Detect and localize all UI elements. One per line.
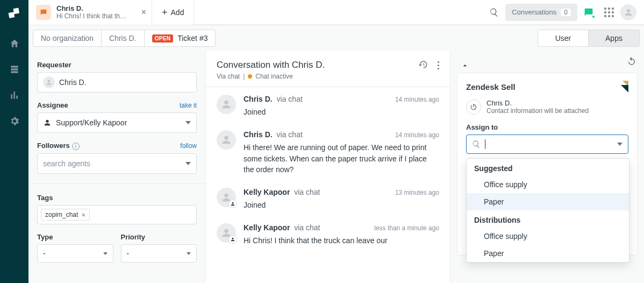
apps-grid-icon[interactable] xyxy=(600,3,618,22)
message-author: Chris D. xyxy=(244,130,273,139)
message-via: via chat xyxy=(294,223,320,232)
sell-brand-icon xyxy=(617,81,628,93)
conversation-panel: Conversation with Chris D. Via chat | Ch… xyxy=(206,51,450,283)
take-it-link[interactable]: take it xyxy=(180,102,197,109)
followers-label: Followersi xyxy=(37,142,80,150)
ticket-details-panel: Requester Chris D. Assignee take it Supp… xyxy=(28,51,206,283)
user-apps-toggle: User Apps xyxy=(538,30,640,47)
tab-close-icon[interactable]: × xyxy=(141,8,146,17)
rail-views-icon[interactable] xyxy=(9,63,20,75)
menu-group-label: Suggested xyxy=(467,159,629,176)
menu-option[interactable]: Paper xyxy=(467,245,629,262)
breadcrumb: No organization Chris D. OPEN Ticket #3 xyxy=(33,30,216,47)
message-author: Kelly Kapoor xyxy=(244,188,290,196)
requester-value: Chris D. xyxy=(59,78,87,87)
rail-settings-icon[interactable] xyxy=(9,115,20,127)
menu-group-label: Distributions xyxy=(467,210,629,228)
chevron-down-icon xyxy=(617,143,622,146)
message-author: Kelly Kapoor xyxy=(244,223,290,232)
context-bar: No organization Chris D. OPEN Ticket #3 … xyxy=(28,25,644,51)
rail-home-icon[interactable] xyxy=(9,38,20,49)
topbar: Chris D. Hi Chris! I think that th… × + … xyxy=(28,0,644,25)
workspace-tab[interactable]: Chris D. Hi Chris! I think that th… × xyxy=(28,0,152,25)
assignee-label: Assignee xyxy=(37,101,68,109)
crumb-org[interactable]: No organization xyxy=(33,30,102,47)
conversation-status: Chat inactive xyxy=(255,73,292,80)
priority-value: - xyxy=(127,249,130,258)
agent-badge-icon xyxy=(228,235,237,244)
priority-select[interactable]: - xyxy=(121,244,197,263)
assign-dropdown-menu: Suggested Office supply Paper Distributi… xyxy=(466,158,629,263)
tag-chip[interactable]: zopim_chat × xyxy=(41,209,90,221)
tab-subtitle: Hi Chris! I think that th… xyxy=(56,12,126,20)
info-icon[interactable]: i xyxy=(72,143,80,150)
message-time: 13 minutes ago xyxy=(395,189,439,196)
followers-input[interactable]: search agents xyxy=(37,153,197,174)
refresh-icon[interactable] xyxy=(627,56,636,68)
tag-text: zopim_chat xyxy=(45,211,78,218)
tags-field[interactable]: zopim_chat × xyxy=(37,205,197,224)
avatar xyxy=(217,130,236,150)
overflow-menu-icon[interactable] xyxy=(438,61,439,69)
message-via: via chat xyxy=(277,95,303,103)
chat-status-icon[interactable] xyxy=(579,3,598,22)
online-dot-icon xyxy=(591,15,596,19)
message-time: 14 minutes ago xyxy=(395,131,439,139)
message-author: Chris D. xyxy=(244,95,273,103)
message-item: Kelly Kapoor via chat less than a minute… xyxy=(206,216,450,251)
message-time: 14 minutes ago xyxy=(395,96,439,103)
agent-badge-icon xyxy=(228,200,237,208)
menu-option[interactable]: Office supply xyxy=(467,176,629,193)
search-icon[interactable] xyxy=(485,3,503,22)
assign-to-combobox[interactable] xyxy=(466,135,628,154)
tab-title: Chris D. xyxy=(56,4,126,13)
requester-field[interactable]: Chris D. xyxy=(37,72,197,93)
profile-avatar[interactable] xyxy=(620,4,636,20)
contact-name: Chris D. xyxy=(486,99,589,107)
type-label: Type xyxy=(37,233,113,241)
plus-icon: + xyxy=(162,8,168,17)
person-icon xyxy=(43,76,55,88)
message-via: via chat xyxy=(277,130,303,139)
followers-placeholder: search agents xyxy=(43,159,90,168)
assign-to-label: Assign to xyxy=(457,120,637,135)
contact-subtext: Contact information will be attached xyxy=(486,107,589,115)
workspace-body: Requester Chris D. Assignee take it Supp… xyxy=(28,51,644,283)
avatar xyxy=(217,188,236,207)
avatar xyxy=(217,95,236,114)
zendesk-sell-card: Zendesk Sell Chris D. Contact informatio… xyxy=(457,73,638,256)
add-tab-label: Add xyxy=(171,8,184,17)
collapse-icon[interactable] xyxy=(461,61,469,72)
tag-remove-icon[interactable]: × xyxy=(81,211,85,218)
rail-reports-icon[interactable] xyxy=(9,89,20,101)
type-select[interactable]: - xyxy=(37,244,113,263)
message-item: Kelly Kapoor via chat 13 minutes ago Joi… xyxy=(206,180,450,216)
status-dot-icon xyxy=(248,74,252,79)
tab-chat-icon xyxy=(36,5,51,20)
conversations-pill[interactable]: Conversations 0 xyxy=(505,4,577,21)
message-item: Chris D. via chat 14 minutes ago Joined xyxy=(206,87,450,123)
conversation-via: Via chat xyxy=(217,73,240,80)
menu-option[interactable]: Paper xyxy=(467,193,629,210)
add-tab-button[interactable]: + Add xyxy=(152,0,194,25)
left-rail xyxy=(0,0,28,283)
history-icon[interactable] xyxy=(418,60,428,71)
assignee-select[interactable]: Support/Kelly Kapoor xyxy=(37,112,197,133)
message-body: Joined xyxy=(244,107,437,117)
priority-label: Priority xyxy=(121,233,197,241)
menu-option[interactable]: Office supply xyxy=(467,228,629,245)
crumb-ticket[interactable]: OPEN Ticket #3 xyxy=(145,30,216,47)
brand-logo-icon xyxy=(8,6,21,20)
message-body: Hi Chris! I think that the truck can lea… xyxy=(244,235,437,246)
search-icon xyxy=(472,140,481,148)
status-badge-open: OPEN xyxy=(152,34,174,43)
tab-user[interactable]: User xyxy=(538,30,589,47)
crumb-requester[interactable]: Chris D. xyxy=(102,30,145,47)
ticket-title: Ticket #3 xyxy=(177,34,207,43)
tags-label: Tags xyxy=(37,194,197,202)
follow-link[interactable]: follow xyxy=(180,142,197,150)
tab-apps[interactable]: Apps xyxy=(589,30,640,47)
conversations-label: Conversations xyxy=(512,8,556,16)
message-body: Hi there! We are running out of paper. W… xyxy=(244,142,437,175)
conversations-count: 0 xyxy=(561,9,571,16)
